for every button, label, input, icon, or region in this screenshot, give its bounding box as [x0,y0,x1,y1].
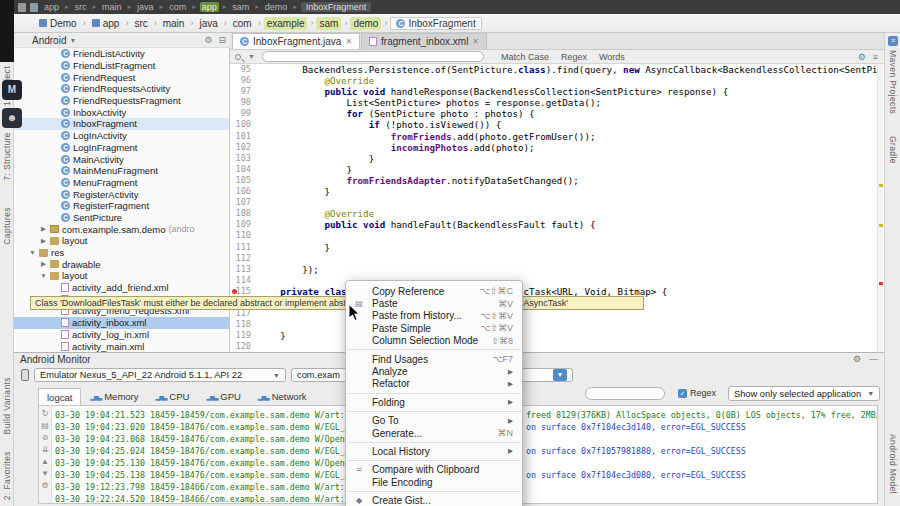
editor-error-stripe[interactable] [877,64,883,352]
tree-item-mainmenufragment[interactable]: CMainMenuFragment [14,165,229,177]
find-input[interactable] [262,51,484,62]
code-line[interactable]: 95 Backendless.Persistence.of(SentPictur… [230,64,878,75]
code-line[interactable]: 118 [230,319,878,330]
tree-item-drawable[interactable]: ▶drawable [14,258,229,270]
tree-item-friendrequestsfragment[interactable]: CFriendRequestsFragment [14,95,229,107]
menu-item-refactor[interactable]: Refactor▶ [346,378,522,390]
tree-item-inboxfragment[interactable]: CInboxFragment [14,118,229,130]
tree-item-friendrequest[interactable]: CFriendRequest [14,71,229,83]
code-line[interactable]: 97 public void handleResponse(Backendles… [230,86,878,97]
code-line[interactable]: 104 } [230,164,878,175]
code-line[interactable]: 99 for (SentPicture photo : photos) { [230,108,878,119]
chevron-down-icon[interactable]: ▼ [248,53,255,60]
find-option-regex[interactable]: Regex [561,52,587,62]
breadcrumb-item-demo[interactable]: demo [350,17,381,30]
breadcrumb-item-src[interactable]: src [73,2,89,12]
breadcrumb-item-example[interactable]: example [264,17,308,30]
code-line[interactable]: 101 fromFriends.add(photo.getFromUser())… [230,131,878,142]
gear-icon[interactable]: ⚙ [858,52,866,62]
close-tab-icon[interactable]: ✕ [345,37,352,46]
breadcrumb-item-main[interactable]: main [160,17,188,30]
expand-arrow-icon[interactable]: ▶ [40,237,47,245]
find-option-match-case[interactable]: Match Case [501,52,549,62]
tree-item-menufragment[interactable]: CMenuFragment [14,177,229,189]
tree-item-activity-inbox-xml[interactable]: activity_inbox.xml [14,317,229,329]
gear-icon[interactable]: ⚙ [853,354,861,364]
menu-item-find-usages[interactable]: Find Usages⌥F7 [346,353,522,365]
code-line[interactable]: 112 [230,253,878,264]
code-line[interactable]: 100 if (!photo.isViewed()) { [230,119,878,130]
settings-icon[interactable]: ⚙ [41,481,48,490]
tree-item-layout[interactable]: ▶layout [14,235,229,247]
tree-item-activity-main-xml[interactable]: activity_main.xml [14,340,229,352]
tree-item-friendrequestsactivity[interactable]: CFriendRequestsActivity [14,83,229,95]
code-line[interactable]: 108 @Override [230,208,878,219]
regex-option[interactable]: ✓ Regex [678,388,716,398]
tree-item-registeractivity[interactable]: CRegisterActivity [14,188,229,200]
expand-arrow-icon[interactable]: ▶ [40,260,47,268]
expand-arrow-icon[interactable]: ▶ [40,225,47,233]
gear-icon[interactable]: ⚙ [204,35,212,45]
restart-icon[interactable]: ↻ [42,409,49,418]
monitor-tab-gpu[interactable]: ▂▅▃GPU [198,388,248,405]
warning-marker[interactable] [879,224,883,227]
breadcrumb-item-main[interactable]: main [100,2,124,12]
breadcrumb-item-src[interactable]: src [131,17,150,30]
code-line[interactable]: 111 } [230,242,878,253]
menu-item-create-gist[interactable]: ◆Create Gist... [346,494,522,506]
error-marker[interactable] [879,282,883,285]
breadcrumb-item-inboxfragment[interactable]: CInboxFragment [390,17,481,30]
code-line[interactable]: 110 [230,230,878,241]
warning-marker[interactable] [879,184,883,187]
monitor-tab-memory[interactable]: ▂▅▃Memory [82,388,146,405]
breadcrumb-item-demo[interactable]: demo [263,2,290,12]
print-icon[interactable]: ▤ [41,421,49,430]
breadcrumb-item-demo[interactable]: Demo [36,17,80,30]
breadcrumb-item-com[interactable]: com [167,2,188,12]
breadcrumb-item-java[interactable]: java [135,2,156,12]
menu-item-copy-reference[interactable]: Copy Reference⌥⇧⌘C [346,285,522,297]
tree-item-com-example-sam-demo[interactable]: ▶com.example.sam.demo(andro [14,223,229,235]
breadcrumb-item-java[interactable]: java [196,17,220,30]
code-line[interactable]: 113 }); [230,264,878,275]
tree-item-registerfragment[interactable]: CRegisterFragment [14,200,229,212]
menu-item-paste-simple[interactable]: Paste Simple⌥⇧⌘V [346,322,522,334]
code-line[interactable]: 109 public void handleFault(BackendlessF… [230,219,878,230]
tree-item-activity-log-in-xml[interactable]: activity_log_in.xml [14,329,229,341]
menu-item-generate[interactable]: Generate...⌘N [346,427,522,439]
menu-icon[interactable]: ≡ [873,52,878,62]
monitor-tab-cpu[interactable]: ▂▅▃CPU [148,388,198,405]
device-dropdown[interactable]: Emulator Nexus_5_API_22 Android 5.1.1, A… [34,368,286,382]
breadcrumb-item-app[interactable]: app [200,2,219,12]
logcat-search-input[interactable] [585,387,665,400]
log-filter-dropdown[interactable]: Show only selected application ▼ [728,386,880,401]
breadcrumb-item-com[interactable]: com [230,17,255,30]
tree-item-mainactivity[interactable]: CMainActivity [14,153,229,165]
tool-window-button-maven-projects[interactable]: Maven Projects [888,50,898,114]
menu-item-compare-with-clipboard[interactable]: ≍Compare with Clipboard [346,464,522,476]
collapse-all-icon[interactable]: ⊟ [218,35,226,45]
menu-item-analyze[interactable]: Analyze▶ [346,365,522,377]
scroll-to-end-icon[interactable]: ⇊ [42,445,49,454]
menu-item-local-history[interactable]: Local History▶ [346,445,522,457]
code-line[interactable]: 107 [230,197,878,208]
clear-icon[interactable]: ⊘ [42,433,49,442]
menu-item-file-encoding[interactable]: File Encoding [346,476,522,488]
tree-item-inboxactivity[interactable]: CInboxActivity [14,106,229,118]
tree-item-friendlistfragment[interactable]: CFriendListFragment [14,60,229,72]
project-view-selector[interactable]: Android [32,35,66,46]
tool-window-button-gradle[interactable]: Gradle [888,136,898,164]
menu-item-paste-from-history[interactable]: Paste from History...⌥⇧⌘V [346,310,522,322]
tree-item-friendlistactivity[interactable]: CFriendListActivity [14,48,229,60]
tool-window-button-build-variants[interactable]: Build Variants [2,377,12,434]
expand-arrow-icon[interactable]: ▼ [29,249,36,256]
menu-item-column-selection-mode[interactable]: Column Selection Mode⇧⌘8 [346,335,522,347]
tool-window-button-android-model[interactable]: Android Model [888,434,898,494]
editor-tab-fragment-inbox-xml[interactable]: fragment_inbox.xml✕ [361,33,487,49]
find-option-words[interactable]: Words [599,52,625,62]
code-line[interactable]: 119 } [230,330,878,341]
menu-item-paste[interactable]: ▤Paste⌘V [346,297,522,309]
code-line[interactable]: 106 } [230,186,878,197]
tree-item-activity-add-friend-xml[interactable]: activity_add_friend.xml [14,282,229,294]
tool-window-button-captures[interactable]: Captures [2,207,12,245]
